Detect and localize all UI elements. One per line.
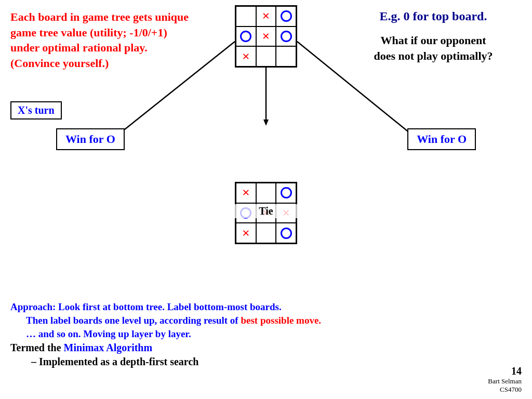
svg-line-4 xyxy=(297,42,416,138)
cell-2-1 xyxy=(256,46,276,66)
course-name: CS4700 xyxy=(488,385,522,394)
win-right-label: Win for O xyxy=(417,132,467,145)
win-left-label: Win for O xyxy=(65,132,115,145)
bot-cell-0-0: × xyxy=(236,183,256,203)
slide: Each board in game tree gets unique game… xyxy=(0,0,532,399)
cell-0-0 xyxy=(236,6,256,26)
cell-2-2 xyxy=(276,46,296,66)
bot-cell-2-2 xyxy=(276,223,296,243)
o-mark xyxy=(281,31,292,42)
svg-marker-1 xyxy=(263,119,269,126)
footer: 14 Bart Selman CS4700 xyxy=(488,365,522,394)
cell-0-2 xyxy=(276,6,296,26)
termed-minimax: Minimax Algorithm xyxy=(64,342,153,353)
author-name: Bart Selman xyxy=(488,377,522,385)
bot-cell-0-1 xyxy=(256,183,276,203)
then-part1: Then label boards one level up, accordin… xyxy=(26,315,241,326)
bot-cell-2-1 xyxy=(256,223,276,243)
x-mark: × xyxy=(262,9,270,23)
o-mark xyxy=(240,31,251,42)
tie-label: Tie xyxy=(235,204,297,218)
cell-1-1: × xyxy=(256,26,276,47)
cell-2-0: × xyxy=(236,46,256,66)
ellipsis-line: … and so on. Moving up layer by layer. xyxy=(26,328,522,340)
cell-0-1: × xyxy=(256,6,276,26)
then-best: best possible move. xyxy=(241,315,321,326)
x-mark: × xyxy=(242,50,250,63)
bot-cell-0-2 xyxy=(276,183,296,203)
svg-line-2 xyxy=(114,42,235,138)
cell-1-2 xyxy=(276,26,296,47)
termed-line: Termed the Minimax Algorithm xyxy=(10,342,522,354)
approach-line: Approach: Look first at bottom tree. Lab… xyxy=(10,301,522,313)
implemented-line: – Implemented as a depth-first search xyxy=(31,356,522,368)
o-mark xyxy=(281,10,292,22)
tie-text: Tie xyxy=(259,205,273,217)
bot-cell-2-0: × xyxy=(236,223,256,243)
win-right-box: Win for O xyxy=(407,128,476,150)
page-number: 14 xyxy=(488,365,522,377)
x-mark: × xyxy=(262,30,270,43)
then-line: Then label boards one level up, accordin… xyxy=(26,315,522,326)
win-left-box: Win for O xyxy=(56,128,125,150)
termed-part1: Termed the xyxy=(10,342,64,353)
top-board: × × × xyxy=(235,5,297,68)
bottom-section: Approach: Look first at bottom tree. Lab… xyxy=(10,301,522,368)
cell-1-0 xyxy=(236,26,256,47)
